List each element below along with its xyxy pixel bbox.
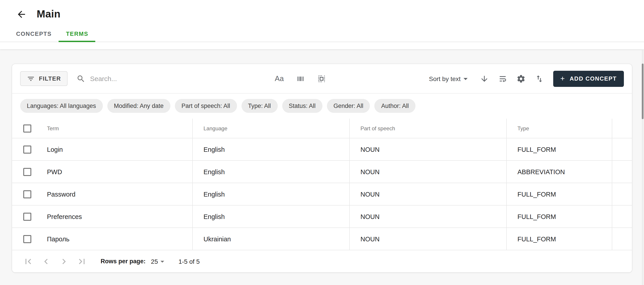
table-row[interactable]: Пароль Ukrainian NOUN FULL_FORM	[12, 228, 632, 250]
wrap-text-icon	[498, 74, 507, 83]
filter-list-icon	[27, 75, 35, 83]
filter-chip[interactable]: Modified: Any date	[107, 99, 170, 113]
chevron-right-icon	[58, 256, 69, 267]
first-page-button[interactable]	[23, 256, 34, 267]
column-header-extra	[612, 119, 632, 138]
tab-terms[interactable]: TERMS	[59, 26, 96, 42]
rows-per-page-select[interactable]: 25	[151, 257, 167, 266]
tab-bar: CONCEPTS TERMS	[0, 26, 644, 42]
back-button[interactable]	[16, 9, 27, 20]
match-case-toggle[interactable]: Aa	[275, 74, 284, 83]
filter-chip[interactable]: Status: All	[282, 99, 322, 113]
pagination-range: 1-5 of 5	[178, 258, 200, 265]
terms-table: Term Language Part of speech Type Login …	[12, 119, 632, 250]
previous-page-button[interactable]	[41, 256, 52, 267]
type-cell: FULL_FORM	[506, 205, 612, 227]
select-all-checkbox[interactable]	[23, 124, 31, 132]
last-page-button[interactable]	[76, 256, 87, 267]
search-icon	[77, 74, 86, 83]
empty-cell	[612, 228, 632, 250]
select-all-button[interactable]	[317, 74, 326, 83]
title-row: Main	[0, 0, 644, 20]
page-scrollbar-thumb[interactable]	[642, 64, 644, 119]
sort-dropdown-label: Sort by text	[429, 75, 461, 82]
rows-per-page-label: Rows per page:	[100, 258, 146, 265]
arrow-down-icon	[480, 74, 489, 83]
table-header-row: Term Language Part of speech Type	[12, 119, 632, 138]
type-cell: FULL_FORM	[506, 228, 612, 250]
row-checkbox[interactable]	[23, 145, 31, 153]
first-page-icon	[23, 256, 34, 267]
row-checkbox[interactable]	[23, 235, 31, 243]
sort-dropdown[interactable]: Sort by text	[429, 74, 470, 84]
search-input[interactable]	[90, 75, 267, 82]
table-row[interactable]: Login English NOUN FULL_FORM	[12, 138, 632, 161]
caret-down-icon	[158, 257, 167, 266]
term-cell: Пароль	[44, 228, 192, 250]
filter-button-label: FILTER	[39, 75, 61, 82]
content-area: FILTER Aa Sort by	[0, 49, 644, 273]
add-concept-label: ADD CONCEPT	[570, 75, 617, 82]
gear-icon	[516, 74, 526, 83]
language-cell: Ukrainian	[192, 228, 349, 250]
filter-chips-row: Languages: All languagesModified: Any da…	[12, 94, 632, 119]
filter-button[interactable]: FILTER	[20, 71, 68, 86]
term-cell: Preferences	[44, 205, 192, 227]
toolbar: FILTER Aa Sort by	[12, 64, 632, 94]
empty-cell	[612, 138, 632, 160]
pagination-bar: Rows per page: 25 1-5 of 5	[12, 250, 632, 272]
part-of-speech-cell: NOUN	[349, 205, 506, 227]
pagination-controls	[23, 256, 87, 267]
table-body: Login English NOUN FULL_FORM PWD English…	[12, 138, 632, 250]
table-row[interactable]: PWD English NOUN ABBREVIATION	[12, 161, 632, 183]
part-of-speech-cell: NOUN	[349, 161, 506, 183]
arrow-left-icon	[16, 9, 27, 20]
language-cell: English	[192, 183, 349, 205]
term-cell: Password	[44, 183, 192, 205]
caret-down-icon	[461, 74, 470, 84]
type-cell: ABBREVIATION	[506, 161, 612, 183]
wrap-text-button[interactable]	[498, 74, 507, 83]
filter-chip[interactable]: Author: All	[374, 99, 416, 113]
filter-chip[interactable]: Gender: All	[327, 99, 370, 113]
language-cell: English	[192, 138, 349, 160]
part-of-speech-cell: NOUN	[349, 228, 506, 250]
sort-direction-button[interactable]	[480, 74, 489, 83]
last-page-icon	[76, 256, 87, 267]
type-cell: FULL_FORM	[506, 138, 612, 160]
part-of-speech-cell: NOUN	[349, 183, 506, 205]
column-header-term[interactable]: Term	[44, 119, 192, 138]
column-header-type[interactable]: Type	[506, 119, 612, 138]
type-cell: FULL_FORM	[506, 183, 612, 205]
toolbar-right-cluster: Sort by text	[429, 71, 624, 87]
page-scrollbar-track[interactable]	[642, 50, 644, 285]
empty-cell	[612, 161, 632, 183]
table-row[interactable]: Password English NOUN FULL_FORM	[12, 183, 632, 205]
term-cell: PWD	[44, 161, 192, 183]
filter-chip[interactable]: Type: All	[241, 99, 278, 113]
chevron-left-icon	[41, 256, 52, 267]
empty-cell	[612, 183, 632, 205]
import-export-button[interactable]	[535, 74, 544, 83]
row-checkbox[interactable]	[23, 168, 31, 176]
row-checkbox[interactable]	[23, 190, 31, 198]
language-cell: English	[192, 205, 349, 227]
page-title: Main	[37, 8, 60, 20]
settings-button[interactable]	[516, 74, 526, 83]
plus-icon: +	[560, 75, 565, 82]
table-row[interactable]: Preferences English NOUN FULL_FORM	[12, 205, 632, 228]
row-checkbox[interactable]	[23, 212, 31, 220]
next-page-button[interactable]	[58, 256, 69, 267]
filter-chip[interactable]: Languages: All languages	[20, 99, 103, 113]
rows-per-page-value: 25	[151, 258, 158, 265]
filter-chip[interactable]: Part of speech: All	[175, 99, 237, 113]
search-option-icons: Aa	[275, 74, 326, 83]
terms-card: FILTER Aa Sort by	[12, 64, 632, 273]
column-header-language[interactable]: Language	[192, 119, 349, 138]
tab-concepts[interactable]: CONCEPTS	[9, 26, 59, 42]
empty-cell	[612, 205, 632, 227]
barcode-button[interactable]	[296, 74, 305, 83]
add-concept-button[interactable]: + ADD CONCEPT	[553, 71, 624, 87]
select-all-icon	[317, 74, 326, 83]
column-header-part-of-speech[interactable]: Part of speech	[349, 119, 506, 138]
